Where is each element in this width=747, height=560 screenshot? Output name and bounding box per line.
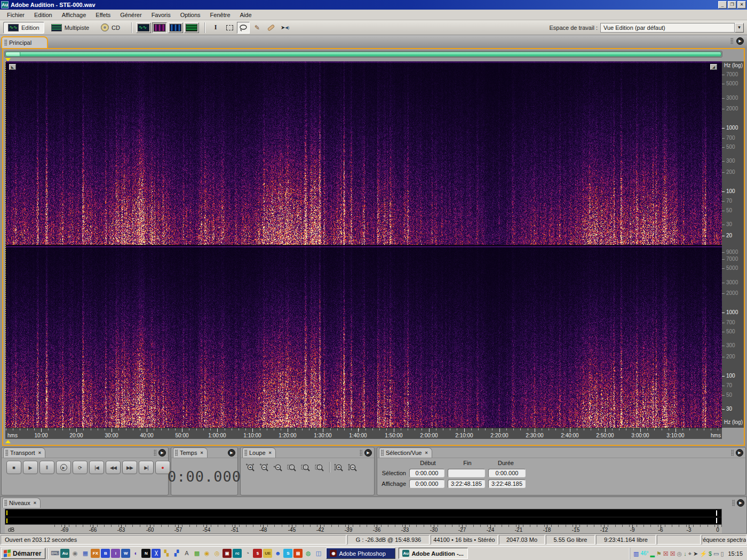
directx-icon[interactable]: ╳ bbox=[152, 549, 161, 558]
sheet-icon[interactable]: ▩ bbox=[192, 549, 201, 558]
spectral-pan-view-button[interactable] bbox=[168, 22, 183, 33]
spectrogram-channel-right[interactable] bbox=[5, 246, 722, 428]
netscape-icon[interactable]: N bbox=[141, 549, 150, 558]
audio-blocked-icon[interactable]: ◎ bbox=[677, 549, 682, 558]
time-ruler[interactable]: hmshms10:0020:0030:0040:0050:001:00:001:… bbox=[5, 428, 722, 439]
zoom-in-horizontal-button[interactable]: + bbox=[244, 461, 257, 473]
loop-button[interactable]: ⟳ bbox=[73, 461, 88, 474]
zoom-out-horizontal-button[interactable]: − bbox=[258, 461, 271, 473]
minimize-button[interactable]: _ bbox=[718, 1, 727, 9]
panel-menu-button[interactable]: ▶ bbox=[228, 449, 235, 457]
paintbrush-tool[interactable]: ✎ bbox=[251, 22, 264, 34]
panel-menu-button[interactable]: ▶ bbox=[158, 449, 166, 457]
affichage-debut-field[interactable]: 0:00.000 bbox=[409, 479, 444, 488]
zoom-to-selection-button[interactable] bbox=[285, 461, 299, 473]
close-icon[interactable]: × bbox=[38, 450, 41, 455]
menu-item[interactable]: Fenêtre bbox=[205, 11, 235, 19]
menu-item[interactable]: Affichage bbox=[57, 11, 91, 19]
calculator-icon[interactable]: ▦ bbox=[81, 549, 90, 558]
texture-icon[interactable]: ▚ bbox=[162, 549, 171, 558]
folder-icon[interactable]: ◫ bbox=[314, 549, 323, 558]
transport-tab[interactable]: Transport × bbox=[3, 447, 45, 458]
flag-icon[interactable]: ⚑ bbox=[656, 549, 662, 558]
close-icon[interactable]: × bbox=[425, 450, 427, 455]
menu-item[interactable]: Favoris bbox=[147, 11, 176, 19]
alert-icon[interactable]: ⚡ bbox=[700, 549, 707, 558]
time-selection-tool[interactable]: I bbox=[209, 22, 222, 34]
panel-menu-button[interactable]: ▶ bbox=[737, 499, 744, 507]
browser-icon[interactable]: ◐ bbox=[131, 549, 140, 558]
maximize-button[interactable]: ❐ bbox=[728, 1, 736, 9]
task-button-photoshop[interactable]: ◉ Adobe Photoshop bbox=[326, 548, 395, 559]
task-button-audition[interactable]: Au Adobe Audition -... bbox=[399, 548, 468, 559]
pointer-icon[interactable]: ➤ bbox=[693, 549, 698, 558]
pdf-icon[interactable]: ▤ bbox=[293, 549, 303, 558]
antivirus-icon[interactable]: ◍ bbox=[304, 549, 313, 558]
messenger-icon[interactable]: ☻ bbox=[273, 549, 282, 558]
doc-icon[interactable]: ▯ bbox=[720, 549, 724, 558]
selection-vue-tab[interactable]: Sélection/Vue × bbox=[379, 447, 432, 458]
playhead-marker-bottom[interactable] bbox=[5, 440, 11, 443]
close-icon[interactable]: × bbox=[200, 450, 203, 455]
rewind-button[interactable]: ◀◀ bbox=[106, 461, 121, 474]
tab-principal[interactable]: Principal bbox=[1, 36, 48, 48]
close-button[interactable]: ✕ bbox=[737, 1, 746, 9]
info-icon[interactable]: i bbox=[111, 549, 120, 558]
tablet-icon[interactable]: ⌖ bbox=[688, 549, 692, 558]
spot-healing-tool[interactable] bbox=[265, 22, 277, 34]
network-off2-icon[interactable]: ☒ bbox=[670, 549, 676, 558]
audition-icon[interactable]: Au bbox=[60, 549, 69, 558]
edition-mode-button[interactable]: ∿∿ Edition bbox=[3, 22, 44, 34]
taskmanager-icon[interactable]: ▂ bbox=[650, 549, 655, 558]
multipiste-mode-button[interactable]: Multipiste bbox=[46, 22, 94, 34]
media-player-icon[interactable]: ◉ bbox=[70, 549, 80, 558]
sbp-icon[interactable]: $ bbox=[253, 549, 262, 558]
cd-mode-button[interactable]: CD bbox=[96, 22, 125, 34]
play-from-cursor-button[interactable]: ▶ bbox=[56, 461, 71, 474]
selection-fin-field[interactable] bbox=[448, 469, 485, 477]
zoom-selection-right-button[interactable] bbox=[313, 461, 327, 473]
workspace-dropdown-arrow[interactable]: ▼ bbox=[735, 23, 744, 33]
channel-corner-button-right[interactable]: ◢ bbox=[710, 64, 717, 70]
menu-item[interactable]: Effets bbox=[91, 11, 115, 19]
playhead[interactable] bbox=[5, 61, 6, 428]
menu-item[interactable]: Aide bbox=[235, 11, 257, 19]
keyboard-icon[interactable]: ⌨ bbox=[50, 549, 59, 558]
burn-disc2-icon[interactable]: ◎ bbox=[212, 549, 221, 558]
marquee-selection-tool[interactable] bbox=[223, 22, 236, 34]
spectrogram-channel-left[interactable] bbox=[5, 61, 722, 245]
stop-button[interactable]: ■ bbox=[6, 461, 21, 474]
fx-icon[interactable]: FX bbox=[91, 549, 100, 558]
money-icon[interactable]: $ bbox=[709, 549, 712, 558]
burn-disc-icon[interactable]: ◉ bbox=[202, 549, 211, 558]
play-button[interactable]: ▶ bbox=[23, 461, 38, 474]
horizontal-scrollbar[interactable] bbox=[4, 51, 722, 58]
start-button[interactable]: Démarrer bbox=[1, 548, 45, 559]
affichage-duree-field[interactable]: 3:22:48.185 bbox=[488, 479, 526, 488]
close-icon[interactable]: × bbox=[269, 450, 272, 455]
pattern-icon[interactable]: ▞ bbox=[172, 549, 181, 558]
frequency-ruler[interactable]: Hz (log)70005000300020001000700500300200… bbox=[722, 61, 744, 428]
fast-forward-button[interactable]: ▶▶ bbox=[122, 461, 137, 474]
display-icon[interactable]: ▭ bbox=[713, 549, 719, 558]
spectral-frequency-view-button[interactable] bbox=[152, 22, 167, 33]
selection-debut-field[interactable]: 0:00.000 bbox=[409, 469, 444, 477]
level-meter[interactable] bbox=[5, 509, 722, 525]
niveaux-tab[interactable]: Niveaux × bbox=[2, 498, 41, 508]
network-off-icon[interactable]: ☒ bbox=[663, 549, 669, 558]
zoom-out-full-button[interactable]: − bbox=[272, 461, 285, 473]
meter-icon[interactable]: ▥ bbox=[633, 549, 639, 558]
updates-icon[interactable]: ↓ bbox=[684, 549, 687, 558]
menu-item[interactable]: Edition bbox=[29, 11, 57, 19]
lasso-selection-tool[interactable] bbox=[237, 22, 250, 34]
loupe-tab[interactable]: Loupe × bbox=[242, 447, 276, 458]
waveform-view-button[interactable] bbox=[136, 22, 151, 33]
scrub-tool[interactable]: ➤◀) bbox=[279, 22, 291, 34]
go-to-start-button[interactable]: |◀ bbox=[89, 461, 104, 474]
menu-item[interactable]: Options bbox=[176, 11, 205, 19]
selection-duree-field[interactable]: 0:00.000 bbox=[488, 469, 526, 477]
affichage-fin-field[interactable]: 3:22:48.185 bbox=[448, 479, 485, 488]
menu-item[interactable]: Fichier bbox=[2, 11, 29, 19]
close-icon[interactable]: × bbox=[34, 500, 36, 506]
bottom-marker-strip[interactable] bbox=[4, 439, 744, 445]
